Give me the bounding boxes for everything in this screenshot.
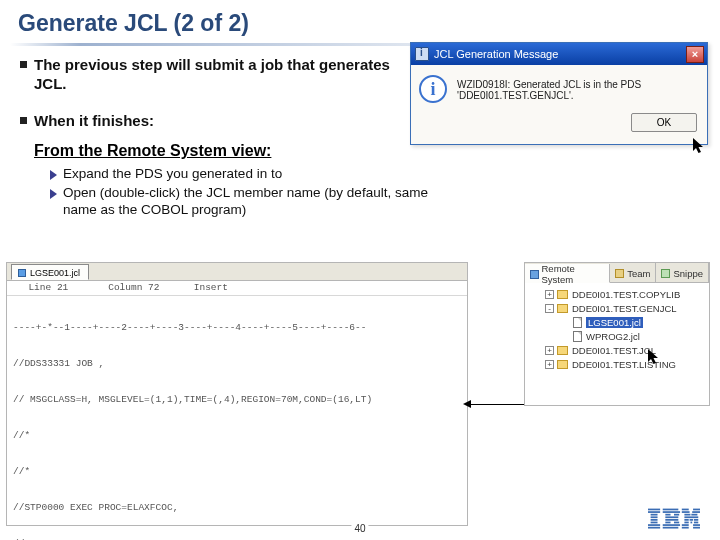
svg-rect-25 (684, 519, 688, 521)
sub-bullet-item: Open (double-click) the JCL member name … (50, 185, 430, 219)
file-icon (573, 317, 582, 328)
svg-rect-34 (693, 527, 700, 529)
svg-rect-6 (648, 524, 660, 526)
editor-tab-label: LGSE001.jcl (30, 268, 80, 278)
svg-rect-14 (665, 522, 670, 524)
svg-rect-2 (651, 514, 658, 516)
svg-rect-1 (648, 511, 660, 513)
editor-tab[interactable]: LGSE001.jcl (11, 264, 89, 280)
svg-rect-5 (651, 522, 658, 524)
svg-rect-16 (663, 524, 680, 526)
bullet-square-icon (20, 117, 27, 124)
svg-rect-12 (665, 516, 678, 518)
tree-expander[interactable]: + (545, 360, 554, 369)
folder-icon (557, 290, 568, 299)
jcl-editor-panel: LGSE001.jcl Line 21 Column 72 Insert ---… (6, 262, 468, 526)
code-line: //* (13, 466, 461, 478)
code-line: //DDS33331 JOB , (13, 358, 461, 370)
tree-node[interactable]: LGSE001.jcl (531, 315, 709, 329)
svg-rect-24 (684, 516, 698, 518)
tab-remote-systems[interactable]: Remote System (525, 264, 610, 283)
editor-tabbar: LGSE001.jcl (7, 263, 467, 281)
sub-bullet-text: Open (double-click) the JCL member name … (63, 185, 430, 219)
page-number: 40 (351, 523, 368, 534)
svg-rect-23 (691, 514, 697, 516)
dialog-body: i WZID0918I: Generated JCL is in the PDS… (411, 65, 707, 109)
svg-rect-10 (665, 514, 670, 516)
svg-rect-26 (690, 519, 693, 521)
tree-node[interactable]: +DDE0I01.TEST.COPYLIB (531, 287, 709, 301)
svg-rect-13 (665, 519, 678, 521)
svg-rect-0 (648, 509, 660, 511)
svg-rect-11 (674, 514, 679, 516)
tree-expander[interactable]: + (545, 290, 554, 299)
slide: Generate JCL (2 of 2) The previous step … (0, 0, 720, 540)
tab-snippets[interactable]: Snippe (656, 263, 709, 282)
tab-label: Remote System (542, 263, 605, 285)
editor-code-area[interactable]: ----+-*--1----+----2----+----3----+----4… (7, 296, 467, 540)
code-line: //STP0000 EXEC PROC=ELAXFCOC, (13, 502, 461, 514)
team-icon (615, 269, 624, 278)
bullet-item: When it finishes: (20, 112, 400, 131)
dialog-titlebar[interactable]: JCL Generation Message × (411, 43, 707, 65)
sub-bullet-text: Expand the PDS you generated in to (63, 166, 282, 183)
bullet-square-icon (20, 61, 27, 68)
tree-node-label: WPROG2.jcl (586, 331, 640, 342)
svg-rect-31 (682, 524, 689, 526)
svg-rect-18 (682, 509, 689, 511)
file-icon (18, 269, 26, 277)
bullet-text: The previous step will submit a job that… (34, 56, 400, 94)
svg-rect-15 (674, 522, 679, 524)
bullet-item: The previous step will submit a job that… (20, 56, 400, 94)
svg-rect-17 (663, 527, 679, 529)
svg-rect-3 (651, 516, 658, 518)
svg-rect-8 (663, 509, 679, 511)
bullet-text: When it finishes: (34, 112, 154, 131)
dialog-button-row: OK (411, 109, 707, 144)
tree-node-label: DDE0I01.TEST.JCL (572, 345, 656, 356)
svg-rect-20 (682, 511, 690, 513)
svg-rect-30 (694, 522, 698, 524)
tab-team[interactable]: Team (610, 263, 656, 282)
info-icon: i (419, 75, 447, 103)
dialog-message: WZID0918I: Generated JCL is in the PDS '… (457, 75, 699, 103)
sub-bullet-item: Expand the PDS you generated in to (50, 166, 430, 183)
svg-rect-27 (694, 519, 698, 521)
tree-expander[interactable]: + (545, 346, 554, 355)
remote-tabbar: Remote System Team Snippe (525, 263, 709, 283)
svg-rect-7 (648, 527, 660, 529)
svg-rect-9 (663, 511, 680, 513)
tab-label: Snippe (673, 268, 703, 279)
svg-rect-19 (693, 509, 700, 511)
svg-rect-22 (684, 514, 690, 516)
tree-node[interactable]: -DDE0I01.TEST.GENJCL (531, 301, 709, 315)
svg-rect-29 (690, 522, 692, 524)
tree-node-label: DDE0I01.TEST.LISTING (572, 359, 676, 370)
tree-node[interactable]: +DDE0I01.TEST.JCL (531, 343, 709, 357)
svg-rect-32 (693, 524, 700, 526)
dialog-title-text: JCL Generation Message (434, 48, 558, 60)
folder-icon (557, 346, 568, 355)
generation-message-dialog: JCL Generation Message × i WZID0918I: Ge… (410, 42, 708, 145)
slide-title: Generate JCL (2 of 2) (0, 0, 720, 41)
arrow-bullet-icon (50, 189, 57, 199)
ok-button[interactable]: OK (631, 113, 697, 132)
svg-rect-4 (651, 519, 658, 521)
tree-node[interactable]: WPROG2.jcl (531, 329, 709, 343)
svg-rect-28 (684, 522, 688, 524)
folder-icon (557, 304, 568, 313)
code-line: //* (13, 430, 461, 442)
snippets-icon (661, 269, 670, 278)
tree-node-label: DDE0I01.TEST.GENJCL (572, 303, 677, 314)
tree-node-label: DDE0I01.TEST.COPYLIB (572, 289, 680, 300)
file-icon (573, 331, 582, 342)
relation-arrow (470, 404, 524, 405)
tree-node[interactable]: +DDE0I01.TEST.LISTING (531, 357, 709, 371)
remote-tree[interactable]: +DDE0I01.TEST.COPYLIB-DDE0I01.TEST.GENJC… (525, 283, 709, 371)
tree-expander[interactable]: - (545, 304, 554, 313)
ibm-logo (648, 508, 700, 530)
remote-systems-panel: Remote System Team Snippe +DDE0I01.TEST.… (524, 262, 710, 406)
close-button[interactable]: × (686, 46, 704, 63)
dialog-title-icon (415, 47, 429, 61)
tree-node-label: LGSE001.jcl (586, 317, 643, 328)
